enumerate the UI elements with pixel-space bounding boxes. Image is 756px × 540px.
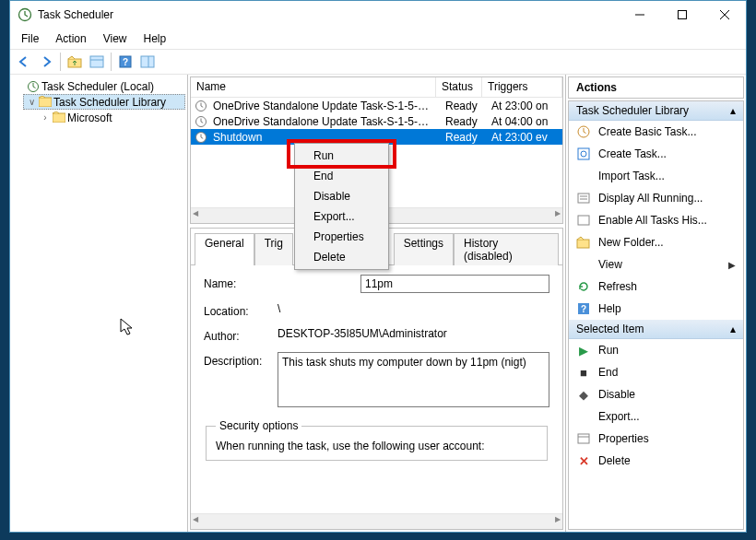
menu-action[interactable]: Action [48,30,93,47]
column-name[interactable]: Name [191,77,436,97]
maximize-button[interactable] [661,1,703,29]
action-disable[interactable]: ◆Disable [569,383,743,405]
pane-button[interactable] [137,52,158,72]
column-status[interactable]: Status [436,77,482,97]
folder-icon [53,112,65,124]
properties-button[interactable] [87,52,107,72]
location-label: Location: [204,302,278,318]
help-button[interactable]: ? [115,52,136,72]
name-label: Name: [204,275,278,290]
help-icon: ? [576,301,591,316]
collapse-triangle-icon: ▴ [730,104,736,117]
clock-icon [195,100,207,112]
tab-history[interactable]: History (disabled) [454,233,559,265]
import-icon [576,169,591,183]
svg-rect-21 [578,194,589,203]
menu-help[interactable]: Help [136,30,174,47]
detail-h-scrollbar[interactable] [191,513,562,529]
back-button[interactable] [14,52,34,72]
tab-triggers[interactable]: Trig [254,233,293,265]
author-label: Author: [204,327,278,343]
task-row[interactable]: OneDrive Standalone Update Task-S-1-5-21… [191,113,562,129]
action-new-folder[interactable]: New Folder... [569,231,743,253]
expand-icon[interactable]: ∨ [26,97,37,107]
action-properties[interactable]: Properties [569,428,743,450]
author-value: DESKTOP-35I85UM\Administrator [278,327,549,340]
tree-library[interactable]: ∨ Task Scheduler Library [23,94,185,110]
tree-microsoft[interactable]: › Microsoft [38,110,185,125]
tab-general[interactable]: General [195,233,254,265]
forward-button[interactable] [36,52,56,72]
action-run[interactable]: ▶Run [569,339,743,361]
task-icon [576,147,591,161]
tree-pane[interactable]: Task Scheduler (Local) ∨ Task Scheduler … [10,75,188,532]
action-delete[interactable]: ✕Delete [569,450,743,472]
folder-icon [39,96,52,109]
ctx-delete[interactable]: Delete [297,247,386,267]
action-export[interactable]: Export... [569,405,743,428]
list-icon [576,191,591,205]
close-button[interactable] [703,1,746,29]
description-label: Description: [204,352,278,368]
wizard-icon [576,124,591,139]
properties-icon [576,431,591,446]
up-folder-button[interactable] [65,52,85,72]
window-title: Task Scheduler [38,8,619,21]
svg-rect-14 [53,113,65,123]
tree-root-label: Task Scheduler (Local) [41,80,154,93]
action-help[interactable]: ?Help [569,298,743,320]
svg-rect-6 [90,56,103,67]
security-text: When running the task, use the following… [216,440,537,452]
menu-file[interactable]: File [14,30,46,47]
collapse-triangle-icon: ▴ [730,323,736,335]
action-display-running[interactable]: Display All Running... [569,187,743,209]
actions-section-library[interactable]: Task Scheduler Library ▴ [569,101,743,121]
refresh-icon [576,279,591,294]
tree-microsoft-label: Microsoft [67,112,112,124]
history-icon [576,213,591,228]
context-menu[interactable]: Run End Disable Export... Properties Del… [294,143,389,270]
titlebar[interactable]: Task Scheduler [10,1,746,29]
action-refresh[interactable]: Refresh [569,276,743,298]
menu-view[interactable]: View [96,30,135,47]
scheduler-icon [27,80,40,93]
actions-section-selected[interactable]: Selected Item ▴ [569,320,743,339]
action-create-task[interactable]: Create Task... [569,143,743,165]
description-field[interactable] [278,352,549,407]
svg-rect-10 [141,56,154,67]
action-import-task[interactable]: Import Task... [569,165,743,187]
ctx-end[interactable]: End [297,166,386,186]
column-triggers[interactable]: Triggers [482,77,562,97]
disable-icon: ◆ [576,387,591,402]
name-field[interactable] [360,275,549,293]
list-header[interactable]: Name Status Triggers [191,77,562,98]
action-end[interactable]: ■End [569,361,743,383]
location-value: \ [278,302,549,315]
tree-library-label: Task Scheduler Library [53,96,166,109]
play-icon: ▶ [576,343,591,358]
expand-icon[interactable]: › [40,112,51,123]
ctx-run[interactable]: Run [297,146,386,166]
security-options-group: Security options When running the task, … [206,419,548,461]
ctx-disable[interactable]: Disable [297,186,386,206]
action-view[interactable]: View▶ [569,253,743,276]
action-enable-history[interactable]: Enable All Tasks His... [569,209,743,231]
ctx-export[interactable]: Export... [297,206,386,227]
svg-rect-2 [679,11,687,19]
svg-rect-25 [577,240,589,248]
action-create-basic-task[interactable]: Create Basic Task... [569,121,743,143]
actions-pane: Actions Task Scheduler Library ▴ Create … [566,75,746,532]
minimize-button[interactable] [619,1,661,29]
task-row[interactable]: OneDrive Standalone Update Task-S-1-5-21… [191,98,562,113]
ctx-properties[interactable]: Properties [297,227,386,247]
tab-body-general: Name: Location: \ Author: DESKTOP-35I85U… [191,264,562,476]
svg-rect-28 [578,434,589,443]
tab-settings[interactable]: Settings [394,233,454,265]
svg-rect-24 [578,216,589,225]
chevron-right-icon: ▶ [728,260,736,270]
security-legend: Security options [216,419,301,432]
tree-root[interactable]: Task Scheduler (Local) [12,78,185,94]
folder-new-icon [576,235,591,250]
svg-rect-19 [578,148,589,159]
menubar: File Action View Help [10,29,746,49]
